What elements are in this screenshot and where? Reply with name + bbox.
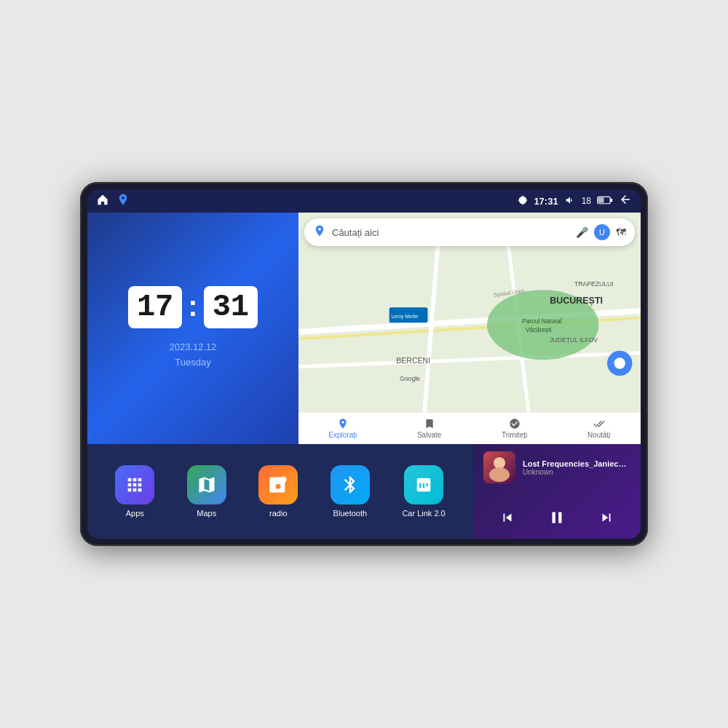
status-left — [96, 193, 130, 209]
device-screen: 17:31 18 — [87, 189, 641, 539]
bluetooth-label: Bluetooth — [333, 509, 367, 518]
carlink-icon — [404, 465, 443, 505]
top-section: 17 : 31 2023.12.12 Tuesday — [87, 213, 641, 444]
apps-label: Apps — [126, 509, 144, 518]
svg-text:Parcul Natural: Parcul Natural — [522, 317, 562, 325]
map-tab-trimiteti-label: Trimiteți — [502, 431, 527, 439]
battery-icon — [597, 196, 613, 207]
main-content: 17 : 31 2023.12.12 Tuesday — [87, 213, 641, 539]
svg-text:Văcărești: Văcărești — [526, 326, 552, 333]
map-tab-noutati-label: Noutăți — [587, 431, 611, 439]
voice-search-icon[interactable]: 🎤 — [576, 226, 588, 238]
maps-icon — [187, 465, 226, 505]
volume-icon[interactable] — [564, 195, 576, 207]
app-item-maps[interactable]: Maps — [187, 465, 226, 518]
map-right-icons: 🎤 U 🗺 — [576, 224, 626, 240]
carlink-label: Car Link 2.0 — [402, 509, 445, 518]
map-tab-exploreaza-label: Explorați — [328, 431, 357, 439]
music-controls — [483, 504, 630, 531]
map-tab-noutati[interactable]: Noutăți — [587, 418, 611, 439]
music-text-info: Lost Frequencies_Janieck Devy-... Unknow… — [523, 459, 630, 476]
home-icon[interactable] — [96, 194, 109, 208]
svg-rect-1 — [598, 197, 604, 202]
play-pause-button[interactable] — [547, 508, 566, 527]
album-art — [483, 451, 515, 483]
gps-icon — [518, 195, 528, 207]
map-panel[interactable]: Parcul Natural Văcărești Leroy Merlin BU… — [298, 213, 641, 444]
music-info: Lost Frequencies_Janieck Devy-... Unknow… — [483, 451, 630, 483]
svg-point-24 — [489, 467, 510, 482]
user-avatar-icon[interactable]: U — [594, 224, 610, 240]
music-title: Lost Frequencies_Janieck Devy-... — [523, 459, 630, 468]
map-tab-salvate[interactable]: Salvate — [417, 418, 441, 439]
map-bottom-bar: Explorați Salvate Trimiteți Noutăți — [298, 412, 641, 444]
bottom-section: Apps Maps — [87, 444, 641, 539]
next-button[interactable] — [598, 510, 614, 526]
map-search-text[interactable]: Căutați aici — [332, 227, 570, 238]
device-body: 17:31 18 — [80, 182, 648, 546]
app-item-radio[interactable]: radio — [258, 465, 298, 518]
battery-level: 18 — [582, 196, 591, 206]
svg-text:Leroy Merlin: Leroy Merlin — [392, 314, 419, 320]
status-bar: 17:31 18 — [87, 189, 641, 213]
clock-hours: 17 — [128, 286, 182, 328]
app-item-carlink[interactable]: Car Link 2.0 — [402, 465, 445, 518]
map-tab-trimiteti[interactable]: Trimiteți — [502, 418, 527, 439]
bluetooth-icon — [331, 465, 370, 505]
clock-display-widget: 17 : 31 — [128, 286, 258, 328]
clock-panel: 17 : 31 2023.12.12 Tuesday — [87, 213, 298, 444]
radio-icon — [258, 465, 298, 505]
radio-label: radio — [269, 509, 287, 518]
svg-text:JUDEȚUL ILFOV: JUDEȚUL ILFOV — [550, 336, 598, 344]
maps-label: Maps — [197, 509, 216, 518]
map-background: Parcul Natural Văcărești Leroy Merlin BU… — [298, 213, 641, 444]
svg-point-23 — [494, 457, 505, 469]
svg-text:Google: Google — [400, 375, 420, 382]
svg-text:TRAPEZULUI: TRAPEZULUI — [574, 280, 614, 288]
music-artist: Unknown — [523, 468, 630, 476]
clock-minutes: 31 — [204, 286, 258, 328]
app-item-bluetooth[interactable]: Bluetooth — [331, 465, 370, 518]
prev-button[interactable] — [499, 510, 515, 526]
map-tab-exploreaza[interactable]: Explorați — [328, 418, 357, 439]
map-tab-salvate-label: Salvate — [417, 431, 441, 439]
day-value: Tuesday — [169, 355, 216, 371]
apps-bar: Apps Maps — [87, 444, 473, 539]
svg-point-21 — [614, 357, 625, 368]
layers-icon[interactable]: 🗺 — [616, 226, 626, 238]
map-logo-pin — [313, 224, 326, 240]
svg-text:BUCUREȘTI: BUCUREȘTI — [550, 296, 603, 306]
nav-maps-icon[interactable] — [116, 193, 130, 209]
svg-text:BERCENI: BERCENI — [396, 356, 430, 365]
clock-colon: : — [188, 290, 197, 323]
clock-display: 17:31 — [534, 196, 558, 207]
svg-rect-2 — [610, 198, 612, 202]
apps-icon — [115, 465, 154, 505]
date-display: 2023.12.12 Tuesday — [169, 340, 216, 371]
music-panel: Lost Frequencies_Janieck Devy-... Unknow… — [473, 444, 641, 539]
app-item-apps[interactable]: Apps — [115, 465, 154, 518]
map-search-bar[interactable]: Căutați aici 🎤 U 🗺 — [304, 218, 635, 246]
back-icon[interactable] — [619, 193, 632, 209]
date-value: 2023.12.12 — [169, 340, 216, 355]
status-right: 17:31 18 — [518, 193, 632, 209]
